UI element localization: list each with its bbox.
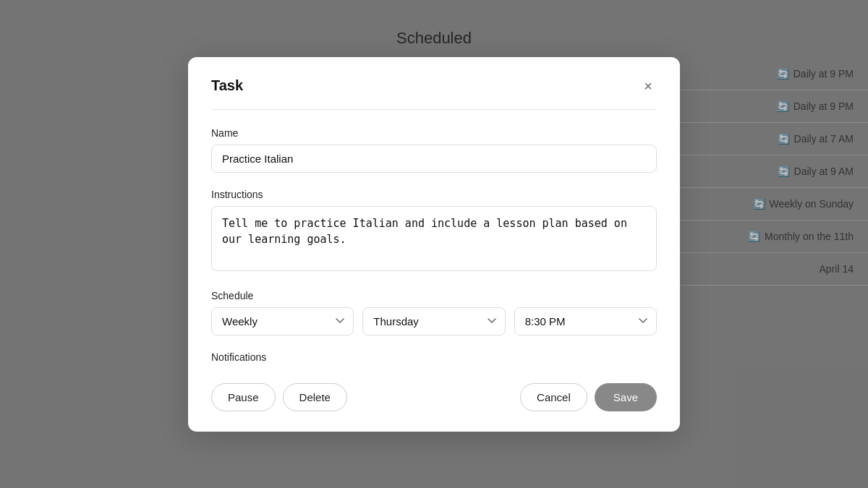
schedule-row: Weekly Daily Monthly Monday Tuesday Wedn… [211, 307, 657, 335]
save-button[interactable]: Save [595, 383, 657, 411]
schedule-frequency-select[interactable]: Weekly Daily Monthly [211, 307, 354, 335]
instructions-label: Instructions [211, 189, 657, 200]
schedule-label: Schedule [211, 290, 657, 301]
footer-left-actions: Pause Delete [211, 383, 347, 411]
name-label: Name [211, 127, 657, 139]
close-button[interactable]: × [639, 77, 657, 95]
name-input[interactable] [211, 145, 657, 173]
modal-header: Task × [211, 77, 657, 110]
task-modal: Task × Name Instructions Tell me to prac… [188, 57, 680, 432]
instructions-input[interactable]: Tell me to practice Italian and include … [211, 206, 657, 271]
schedule-time-select[interactable]: 8:00 AM 8:30 AM 9:00 AM 12:00 PM 8:00 PM… [514, 307, 657, 335]
modal-footer: Pause Delete Cancel Save [211, 383, 657, 411]
schedule-day-select[interactable]: Monday Tuesday Wednesday Thursday Friday… [362, 307, 505, 335]
name-field-group: Name [211, 127, 657, 173]
instructions-field-group: Instructions Tell me to practice Italian… [211, 189, 657, 274]
notifications-label: Notifications [211, 351, 657, 363]
notifications-field-group: Notifications [211, 351, 657, 363]
delete-button[interactable]: Delete [283, 383, 347, 411]
schedule-field-group: Schedule Weekly Daily Monthly Monday Tue… [211, 290, 657, 335]
footer-right-actions: Cancel Save [520, 383, 657, 411]
cancel-button[interactable]: Cancel [520, 383, 587, 411]
modal-title: Task [211, 77, 243, 94]
pause-button[interactable]: Pause [211, 383, 276, 411]
